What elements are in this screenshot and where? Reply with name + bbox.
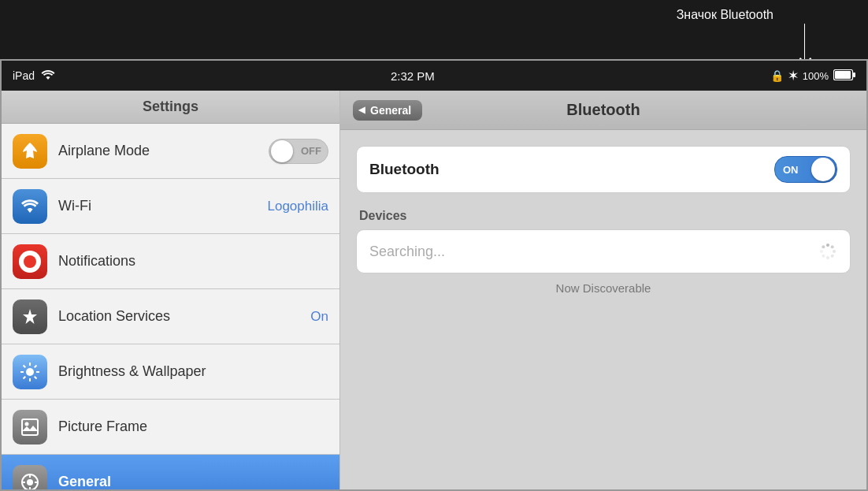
status-left: iPad bbox=[13, 69, 55, 82]
svg-rect-2 bbox=[835, 71, 851, 79]
callout-text: Значок Bluetooth bbox=[677, 8, 773, 22]
wifi-label: Wi-Fi bbox=[58, 198, 267, 214]
svg-point-24 bbox=[826, 256, 829, 259]
svg-point-22 bbox=[833, 250, 836, 253]
sidebar-item-picture-frame[interactable]: Picture Frame bbox=[2, 400, 339, 455]
svg-point-13 bbox=[25, 422, 29, 426]
bluetooth-row-label: Bluetooth bbox=[369, 161, 774, 178]
sidebar-item-general[interactable]: General bbox=[2, 455, 339, 489]
sidebar-item-notifications[interactable]: Notifications bbox=[2, 234, 339, 289]
airplane-mode-icon bbox=[13, 134, 47, 169]
svg-point-23 bbox=[831, 255, 834, 258]
svg-line-11 bbox=[24, 376, 26, 378]
wifi-status-icon bbox=[41, 69, 55, 82]
back-button[interactable]: General bbox=[353, 100, 422, 121]
svg-point-20 bbox=[826, 244, 829, 247]
device-name: iPad bbox=[13, 69, 35, 82]
wifi-icon bbox=[13, 189, 47, 224]
bluetooth-status-icon: ✶ bbox=[788, 69, 798, 82]
svg-point-3 bbox=[26, 368, 34, 376]
svg-point-26 bbox=[820, 250, 823, 253]
battery-icon bbox=[833, 69, 855, 83]
bluetooth-toggle-row: Bluetooth ON bbox=[356, 146, 851, 193]
status-right: 🔒 ✶ 100% bbox=[770, 69, 855, 83]
sidebar-item-brightness-wallpaper[interactable]: Brightness & Wallpaper bbox=[2, 344, 339, 400]
ipad-frame: iPad 2:32 PM 🔒 ✶ 100% bbox=[0, 59, 868, 491]
location-services-value: On bbox=[310, 309, 328, 325]
bluetooth-toggle[interactable]: ON bbox=[774, 156, 837, 183]
notifications-label: Notifications bbox=[58, 253, 328, 270]
status-bar: iPad 2:32 PM 🔒 ✶ 100% bbox=[2, 61, 866, 91]
content-area: Settings Airplane Mode OFF bbox=[2, 91, 866, 489]
status-time: 2:32 PM bbox=[391, 69, 435, 83]
svg-line-8 bbox=[24, 365, 26, 367]
svg-rect-1 bbox=[853, 73, 855, 77]
battery-percent: 100% bbox=[803, 70, 829, 82]
notifications-icon bbox=[13, 244, 47, 279]
sidebar-item-airplane-mode[interactable]: Airplane Mode OFF bbox=[2, 124, 339, 179]
searching-row: Searching... bbox=[356, 229, 851, 273]
right-header: General Bluetooth bbox=[340, 91, 866, 130]
svg-point-21 bbox=[831, 245, 834, 248]
callout-area: Значок Bluetooth bbox=[0, 0, 868, 59]
brightness-wallpaper-icon bbox=[13, 355, 47, 389]
svg-rect-12 bbox=[22, 419, 38, 435]
searching-text: Searching... bbox=[369, 244, 818, 260]
wifi-value: Logophilia bbox=[267, 199, 328, 214]
svg-point-27 bbox=[822, 245, 825, 248]
sidebar-list: Airplane Mode OFF bbox=[2, 124, 339, 489]
devices-label: Devices bbox=[356, 206, 851, 229]
location-services-label: Location Services bbox=[58, 308, 310, 325]
bluetooth-toggle-label: ON bbox=[783, 164, 799, 176]
airplane-mode-toggle[interactable]: OFF bbox=[269, 139, 328, 164]
location-services-icon bbox=[13, 299, 47, 334]
general-icon bbox=[13, 465, 47, 490]
picture-frame-label: Picture Frame bbox=[58, 418, 328, 435]
sidebar-item-location-services[interactable]: Location Services On bbox=[2, 289, 339, 344]
spinner-icon bbox=[818, 242, 837, 261]
svg-line-10 bbox=[35, 365, 37, 367]
right-panel: General Bluetooth Bluetooth ON Devices S… bbox=[340, 91, 866, 489]
airplane-mode-label: Airplane Mode bbox=[58, 143, 269, 159]
general-label: General bbox=[58, 474, 328, 489]
callout-line bbox=[804, 24, 805, 59]
toggle-thumb bbox=[811, 158, 835, 181]
right-content: Bluetooth ON Devices Searching... bbox=[340, 130, 866, 489]
sidebar: Settings Airplane Mode OFF bbox=[2, 91, 340, 489]
discoverable-text: Now Discoverable bbox=[356, 273, 851, 303]
svg-point-15 bbox=[27, 479, 33, 485]
devices-section: Devices Searching... bbox=[356, 206, 851, 303]
picture-frame-icon bbox=[13, 410, 47, 445]
brightness-wallpaper-label: Brightness & Wallpaper bbox=[58, 363, 328, 380]
sidebar-item-wifi[interactable]: Wi-Fi Logophilia bbox=[2, 179, 339, 234]
sidebar-title: Settings bbox=[2, 91, 339, 124]
svg-point-25 bbox=[822, 255, 825, 258]
lock-icon: 🔒 bbox=[770, 69, 784, 82]
svg-line-9 bbox=[35, 376, 37, 378]
